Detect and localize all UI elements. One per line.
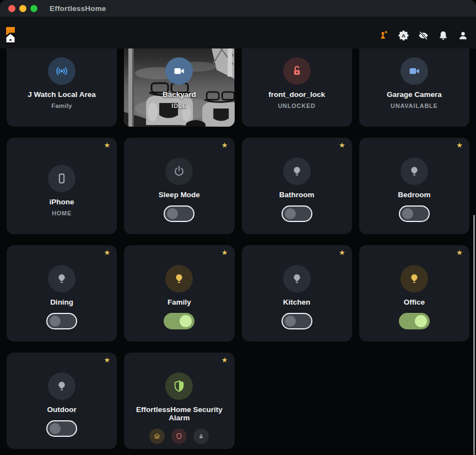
entity-card-backyard-camera[interactable]: ★ Backyard IDLE [124, 48, 234, 127]
scrollbar-thumb[interactable] [473, 215, 475, 455]
card-title: Garage Camera [382, 90, 446, 99]
entity-card-kitchen-light[interactable]: ★ Kitchen [242, 245, 352, 342]
card-title: Dining [46, 298, 78, 306]
entity-card-iphone-tracker[interactable]: ★ iPhone HOME [7, 138, 117, 234]
zoom-button[interactable] [30, 5, 37, 12]
favorite-star-icon: ★ [339, 142, 345, 149]
lightbulb-icon[interactable] [283, 265, 311, 292]
arm-away-button[interactable] [171, 429, 187, 444]
card-status: HOME [52, 210, 72, 216]
toggle-switch[interactable] [46, 420, 77, 437]
entity-card-front-door-lock[interactable]: ★ front_door_lock UNLOCKED [242, 48, 352, 127]
lightbulb-icon[interactable] [401, 158, 428, 185]
broadcast-icon[interactable] [48, 57, 75, 85]
dashboard-content: ★ J Watch Local Area Family [0, 48, 476, 455]
account-icon[interactable] [456, 29, 469, 42]
toggle-switch[interactable] [282, 205, 312, 222]
favorite-star-icon: ★ [221, 356, 228, 364]
toggle-switch[interactable] [164, 313, 194, 329]
lightbulb-on-icon[interactable] [165, 265, 193, 292]
toggle-switch[interactable] [399, 205, 430, 222]
assist-badge-icon[interactable]: A [397, 29, 410, 42]
location-tracker-icon[interactable] [377, 29, 390, 42]
toggle-knob [402, 208, 413, 219]
card-title: Bedroom [393, 191, 435, 199]
minimize-button[interactable] [19, 5, 26, 12]
card-title: J Watch Local Area [23, 90, 100, 99]
entity-card-outdoor-light[interactable]: ★ Outdoor [7, 353, 117, 449]
favorite-star-icon: ★ [104, 249, 111, 256]
alarm-action-row [149, 429, 209, 444]
card-title: Kitchen [279, 298, 315, 306]
toggle-knob [50, 423, 61, 434]
lightbulb-icon[interactable] [283, 158, 311, 185]
close-button[interactable] [8, 5, 15, 12]
entity-card-sleep-mode[interactable]: ★ Sleep Mode [124, 138, 234, 234]
card-status: UNAVAILABLE [391, 102, 438, 109]
entity-card-office-light[interactable]: ★ Office [359, 245, 469, 342]
toggle-knob [285, 316, 296, 327]
entity-card-garage-camera[interactable]: ★ Garage Camera UNAVAILABLE [359, 48, 469, 127]
titlebar: EffortlessHome [0, 0, 476, 17]
favorite-star-icon: ★ [221, 249, 228, 256]
card-status: Family [51, 102, 72, 109]
app-header: A [0, 17, 476, 48]
app-window: EffortlessHome [0, 0, 476, 455]
card-title: EffortlessHome Security Alarm [124, 405, 234, 422]
effortlesshome-logo-icon[interactable] [6, 26, 15, 44]
card-status: UNLOCKED [278, 102, 315, 109]
card-title: Outdoor [43, 405, 81, 414]
toggle-switch[interactable] [46, 313, 77, 329]
window-title: EffortlessHome [50, 4, 106, 13]
toggle-switch[interactable] [164, 205, 194, 222]
lock-button[interactable] [193, 429, 209, 444]
favorite-star-icon: ★ [339, 249, 345, 256]
card-title: Bathroom [275, 191, 319, 199]
eye-off-icon[interactable] [416, 29, 430, 42]
lightbulb-icon[interactable] [48, 265, 75, 292]
toggle-knob [50, 316, 61, 327]
favorite-star-icon: ★ [456, 142, 463, 149]
power-icon[interactable] [165, 158, 193, 185]
favorite-star-icon: ★ [104, 356, 111, 364]
svg-text:A: A [402, 32, 405, 39]
video-camera-icon[interactable] [401, 57, 428, 85]
card-title: Backyard [158, 90, 201, 99]
smartphone-icon[interactable] [48, 165, 75, 192]
entity-card-dining-light[interactable]: ★ Dining [7, 245, 117, 342]
lightbulb-icon[interactable] [48, 372, 75, 400]
card-title: front_door_lock [264, 90, 329, 99]
card-title: Family [163, 298, 196, 306]
entity-card-bedroom-light[interactable]: ★ Bedroom [359, 138, 469, 234]
lightbulb-on-icon[interactable] [401, 265, 428, 292]
notifications-bell-icon[interactable] [436, 29, 450, 42]
toggle-knob [415, 315, 427, 327]
favorite-star-icon: ★ [104, 142, 111, 149]
shield-half-icon[interactable] [165, 372, 193, 400]
card-status: IDLE [171, 102, 187, 109]
arm-home-button[interactable] [149, 429, 165, 444]
entity-card-jwatch-local-area[interactable]: ★ J Watch Local Area Family [7, 48, 117, 127]
card-title: Sleep Mode [154, 191, 204, 199]
entity-card-bathroom-light[interactable]: ★ Bathroom [242, 138, 352, 234]
toggle-switch[interactable] [399, 313, 430, 329]
entity-card-family-light[interactable]: ★ Family [124, 245, 234, 342]
lock-open-icon[interactable] [283, 57, 311, 85]
entity-card-security-alarm[interactable]: ★ EffortlessHome Security Alarm [124, 353, 234, 449]
favorite-star-icon: ★ [221, 142, 228, 149]
toggle-knob [167, 208, 178, 219]
card-grid: ★ J Watch Local Area Family [0, 48, 476, 449]
card-title: iPhone [45, 198, 79, 206]
toggle-knob [180, 315, 192, 327]
toggle-switch[interactable] [282, 313, 312, 329]
card-title: Office [399, 298, 429, 306]
favorite-star-icon: ★ [456, 249, 463, 256]
toggle-knob [285, 208, 296, 219]
